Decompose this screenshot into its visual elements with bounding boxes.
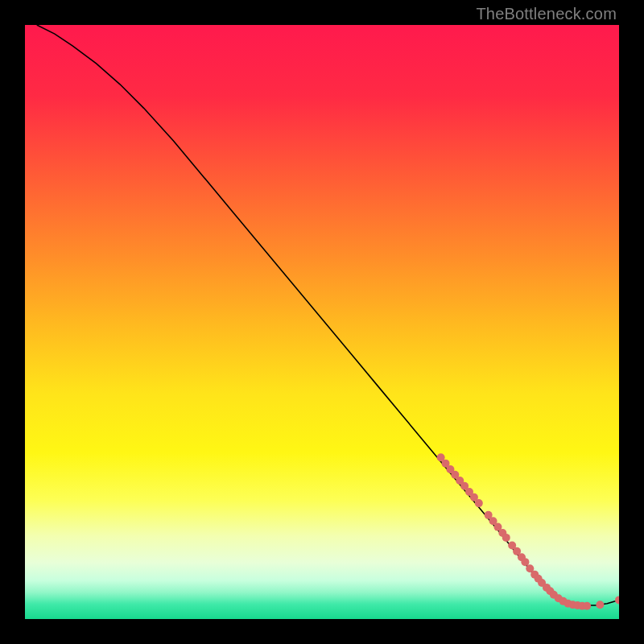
scatter-point (583, 602, 591, 610)
chart-canvas (25, 25, 619, 619)
scatter-point (502, 534, 510, 542)
scatter-point (475, 499, 483, 507)
scatter-point (521, 558, 529, 566)
chart-frame (25, 25, 619, 619)
attribution-text: TheBottleneck.com (476, 5, 617, 23)
scatter-point (596, 601, 604, 609)
gradient-background (25, 25, 619, 619)
